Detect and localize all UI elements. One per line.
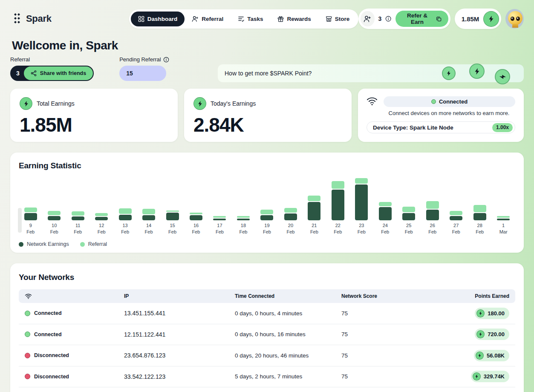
chart-bar[interactable] — [279, 176, 302, 220]
legend-label: Referral — [88, 241, 107, 247]
chart-bar[interactable] — [89, 176, 113, 220]
referral-segment — [497, 216, 510, 218]
time-connected-value: 5 days, 2 hours, 7 minutes — [235, 373, 341, 380]
brand-name: Spark — [26, 13, 52, 24]
network-earnings-segment — [450, 216, 462, 220]
table-row[interactable]: Connected 13.451.155.441 0 days, 0 hours… — [19, 303, 515, 324]
status-label: Connected — [34, 331, 62, 337]
tab-referral[interactable]: Referral — [185, 12, 231, 26]
chart-bar[interactable] — [184, 176, 208, 220]
chart-bar[interactable] — [397, 176, 421, 220]
points-balance-capsule[interactable]: 1.85M — [455, 9, 502, 29]
chart-legend: Network Earnings Referral — [19, 241, 515, 247]
banner-decoration — [433, 64, 518, 82]
network-earnings-segment — [48, 216, 61, 220]
chart-bar[interactable] — [208, 176, 231, 220]
table-row[interactable]: Disconnected 33.542.122.123 5 days, 2 ho… — [19, 366, 515, 388]
status-label: Disconnected — [34, 352, 69, 358]
chart-bar[interactable] — [350, 176, 373, 220]
spark-point-banner[interactable]: How to get more $SPARK Point? — [218, 64, 524, 82]
x-label-month: Feb — [113, 229, 137, 235]
chart-bar[interactable] — [42, 176, 66, 220]
x-label-day: 9 — [19, 222, 42, 229]
connection-status-text: Connected — [439, 98, 468, 105]
network-earnings-segment — [213, 219, 226, 220]
info-icon[interactable] — [163, 57, 169, 63]
x-axis-label: 24 Feb — [373, 222, 397, 235]
user-avatar[interactable] — [505, 9, 524, 29]
chart-bar[interactable] — [326, 176, 349, 220]
lightning-bolt-icon — [478, 353, 482, 358]
lightning-badge — [469, 63, 485, 79]
connection-status-pill: Connected — [384, 96, 515, 107]
network-earnings-segment — [237, 219, 250, 220]
referral-segment — [260, 210, 273, 214]
x-label-month: Feb — [231, 229, 255, 235]
today-earnings-value: 2.84K — [193, 113, 342, 136]
tab-rewards[interactable]: Rewards — [270, 12, 318, 26]
stat-header: Total Earnings — [20, 97, 168, 110]
points-balance: 1.85M — [462, 15, 479, 23]
networks-table-body: Connected 13.451.155.441 0 days, 0 hours… — [19, 303, 515, 387]
tab-store[interactable]: Store — [318, 12, 357, 26]
x-label-month: Feb — [208, 229, 231, 235]
chart-bar[interactable] — [231, 176, 255, 220]
network-earnings-segment — [332, 190, 344, 220]
chart-bar[interactable] — [303, 176, 326, 220]
table-row[interactable]: Connected 12.151.122.441 0 days, 0 hours… — [19, 324, 515, 346]
bar-stack — [379, 202, 392, 220]
x-label-day: 22 — [326, 222, 349, 229]
share-with-friends-button[interactable]: Share with friends — [24, 66, 93, 80]
legend-referral: Referral — [80, 241, 107, 247]
x-label-day: 16 — [184, 222, 208, 229]
tab-dashboard[interactable]: Dashboard — [131, 12, 185, 26]
x-label-month: Feb — [444, 229, 468, 235]
x-axis-label: 23 Feb — [350, 222, 373, 235]
chart-bar[interactable] — [113, 176, 137, 220]
chart-bar[interactable] — [66, 176, 89, 220]
table-row[interactable]: Disconnected 23.654.876.123 0 days, 20 h… — [19, 345, 515, 366]
status-cell: Disconnected — [25, 374, 124, 380]
chart-bar[interactable] — [19, 176, 42, 220]
info-icon[interactable] — [385, 15, 391, 22]
network-earnings-segment — [119, 215, 132, 220]
x-label-month: Feb — [397, 229, 421, 235]
today-earnings-label: Today's Earnings — [211, 100, 256, 107]
x-label-day: 20 — [279, 222, 302, 229]
status-cell: Connected — [25, 331, 124, 337]
main-nav: Dashboard Referral Tasks Rewards Store — [129, 9, 359, 29]
page-title: Wellcome in, Spark — [12, 39, 524, 52]
chart-title: Earning Statistic — [19, 161, 515, 170]
spark-logo: Spark — [12, 12, 52, 25]
store-icon — [326, 16, 332, 22]
chart-bar[interactable] — [468, 176, 491, 220]
total-earnings-label: Total Earnings — [37, 100, 75, 107]
col-time-connected: Time Connected — [235, 293, 341, 299]
lightning-bolt-icon — [479, 311, 482, 316]
referral-count: 3 — [378, 15, 382, 22]
x-label-month: Feb — [19, 229, 42, 235]
referral-segment — [332, 181, 344, 189]
chart-bar[interactable] — [373, 176, 397, 220]
tab-tasks[interactable]: Tasks — [231, 12, 270, 26]
device-type-text: Device Type: Spark Lite Node — [373, 124, 453, 131]
chart-bar[interactable] — [161, 176, 184, 220]
x-label-day: 19 — [255, 222, 279, 229]
status-dot — [25, 353, 30, 358]
col-network-score: Network Score — [341, 293, 461, 299]
chart-bar[interactable] — [444, 176, 468, 220]
x-axis-label: 16 Feb — [184, 222, 208, 235]
chart-bar[interactable] — [255, 176, 279, 220]
chart-bar[interactable] — [137, 176, 160, 220]
referral-segment — [95, 213, 108, 216]
x-label-day: 11 — [66, 222, 89, 229]
x-label-day: 17 — [208, 222, 231, 229]
chart-bar[interactable] — [491, 176, 515, 220]
points-pill: 329.74K — [471, 371, 509, 382]
x-axis-label: 11 Feb — [66, 222, 89, 235]
person-plus-icon — [364, 15, 371, 23]
chart-bar[interactable] — [421, 176, 444, 220]
refer-earn-button[interactable]: Refer & Earn — [395, 11, 448, 27]
x-label-month: Feb — [303, 229, 326, 235]
x-axis-label: 19 Feb — [255, 222, 279, 235]
